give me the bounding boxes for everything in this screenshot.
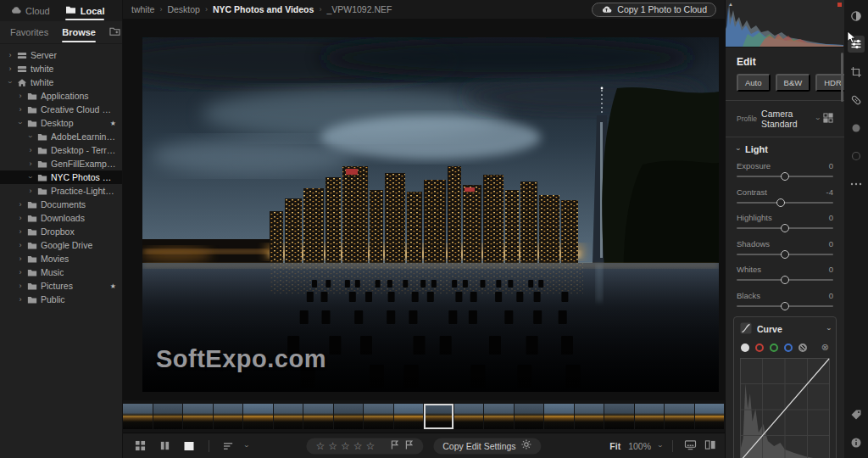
keywords-tag-icon[interactable] xyxy=(848,406,865,423)
tree-item-google-drive[interactable]: ›Google Drive xyxy=(0,238,122,252)
chevron-right-icon[interactable]: › xyxy=(17,282,24,289)
tab-favorites[interactable]: Favorites xyxy=(10,21,48,43)
slider-knob[interactable] xyxy=(776,198,785,207)
tree-item-twhite[interactable]: ›twhite xyxy=(0,62,122,75)
slider-track[interactable] xyxy=(737,176,833,177)
tone-curve-graph[interactable] xyxy=(740,358,830,458)
profile-row[interactable]: Profile Camera Standard › xyxy=(726,101,844,137)
chevron-down-icon[interactable]: › xyxy=(27,174,34,181)
copy-to-cloud-button[interactable]: Copy 1 Photo to Cloud xyxy=(592,3,716,17)
profile-browser-icon[interactable] xyxy=(823,111,833,126)
tree-item-desktop-terry-[interactable]: ›Desktop - Terry'… xyxy=(0,143,122,157)
chevron-right-icon[interactable]: › xyxy=(7,52,14,59)
tab-local[interactable]: Local xyxy=(65,0,105,21)
thumbnail[interactable] xyxy=(183,404,213,429)
thumbnail[interactable] xyxy=(364,404,393,429)
thumbnail[interactable] xyxy=(544,404,574,429)
tree-item-public[interactable]: ›Public xyxy=(0,293,122,306)
tree-item-documents[interactable]: ›Documents xyxy=(0,198,122,211)
curve-reset-icon[interactable]: ⊗ xyxy=(821,343,829,352)
panel-scrollbar[interactable] xyxy=(841,53,843,102)
thumbnail[interactable] xyxy=(214,404,243,429)
gear-icon[interactable] xyxy=(521,438,532,454)
tab-cloud[interactable]: Cloud xyxy=(10,0,50,21)
highlight-clipping-icon[interactable] xyxy=(837,3,842,7)
thumbnail[interactable] xyxy=(695,404,725,429)
channel-point-curve[interactable] xyxy=(798,344,807,352)
reject-flag-icon[interactable] xyxy=(404,438,414,454)
tree-item-nyc-photos-an-[interactable]: ›NYC Photos an… xyxy=(0,170,122,184)
chevron-right-icon[interactable]: › xyxy=(7,65,14,72)
tree-item-server[interactable]: ›Server xyxy=(0,48,122,62)
slider-track[interactable] xyxy=(737,305,833,307)
histogram[interactable]: ▲ xyxy=(726,0,844,47)
slider-track[interactable] xyxy=(737,279,833,281)
slider-knob[interactable] xyxy=(781,250,789,259)
grid-view-icon[interactable] xyxy=(131,438,148,455)
chevron-right-icon[interactable]: › xyxy=(17,269,24,276)
chevron-right-icon[interactable]: › xyxy=(27,187,34,194)
thumbnail[interactable] xyxy=(635,404,665,429)
thumbnail[interactable] xyxy=(123,404,153,429)
tab-browse[interactable]: Browse xyxy=(62,21,96,43)
detail-view-icon[interactable] xyxy=(181,438,198,455)
zoom-level-value[interactable]: 100% xyxy=(628,441,651,451)
profile-chevron-icon[interactable]: › xyxy=(814,118,822,120)
tree-item-desktop[interactable]: ›Desktop★ xyxy=(0,116,122,130)
chevron-down-icon[interactable]: › xyxy=(17,120,24,126)
rating-star-icon[interactable]: ☆ xyxy=(365,441,375,451)
slider-knob[interactable] xyxy=(781,224,789,232)
chevron-right-icon[interactable]: › xyxy=(17,106,24,113)
thumbnail[interactable] xyxy=(575,404,604,429)
tree-item-movies[interactable]: ›Movies xyxy=(0,252,122,265)
lights-out-icon[interactable] xyxy=(848,8,865,25)
sort-icon[interactable] xyxy=(220,438,237,455)
thumbnail[interactable] xyxy=(454,404,484,429)
shadow-clipping-icon[interactable]: ▲ xyxy=(728,2,733,7)
tree-item-creative-cloud-files[interactable]: ›Creative Cloud Files xyxy=(0,103,122,116)
chevron-right-icon[interactable]: › xyxy=(17,201,24,208)
tree-item-pictures[interactable]: ›Pictures★ xyxy=(0,279,122,293)
hdr-button[interactable]: HDR xyxy=(815,74,844,92)
breadcrumb-item[interactable]: twhite xyxy=(131,4,154,14)
breadcrumb-item[interactable]: NYC Photos and Videos xyxy=(213,4,314,14)
slider-knob[interactable] xyxy=(781,276,789,284)
info-icon[interactable] xyxy=(848,434,865,451)
slider-knob[interactable] xyxy=(781,172,789,181)
thumbnail[interactable] xyxy=(303,404,333,429)
fit-label[interactable]: Fit xyxy=(609,441,620,451)
rating-star-icon[interactable]: ☆ xyxy=(341,441,350,451)
tree-item-adobelearning-[interactable]: ›AdobeLearning… xyxy=(0,130,122,143)
presentation-icon[interactable] xyxy=(684,439,697,452)
chevron-right-icon[interactable]: › xyxy=(27,160,34,167)
chevron-right-icon[interactable]: › xyxy=(17,92,24,99)
edit-sliders-icon[interactable] xyxy=(848,36,865,53)
thumbnail[interactable] xyxy=(243,404,273,429)
tree-item-music[interactable]: ›Music xyxy=(0,265,122,279)
before-after-icon[interactable] xyxy=(704,439,716,452)
sort-chevron-icon[interactable]: › xyxy=(242,444,251,447)
auto-button[interactable]: Auto xyxy=(737,74,771,92)
tree-item-dropbox[interactable]: ›Dropbox xyxy=(0,225,122,238)
tree-item-genfillexample-[interactable]: ›GenFillExample… xyxy=(0,157,122,170)
thumbnail[interactable] xyxy=(334,404,364,429)
chevron-right-icon[interactable]: › xyxy=(17,242,24,249)
rating-star-icon[interactable]: ☆ xyxy=(353,441,363,451)
chevron-right-icon[interactable]: › xyxy=(17,228,24,235)
thumbnail[interactable] xyxy=(484,404,514,429)
slider-track[interactable] xyxy=(737,227,833,229)
tree-item-practice-lightro-[interactable]: ›Practice-Lightro… xyxy=(0,184,122,198)
thumbnail[interactable] xyxy=(665,404,694,429)
thumbnail[interactable] xyxy=(515,404,544,429)
add-folder-icon[interactable] xyxy=(109,26,120,38)
chevron-right-icon[interactable]: › xyxy=(17,215,24,221)
bw-button[interactable]: B&W xyxy=(776,74,811,92)
zoom-chevron-icon[interactable]: › xyxy=(656,444,665,447)
thumbnail[interactable] xyxy=(604,404,634,429)
breadcrumb-item[interactable]: Desktop xyxy=(167,4,200,14)
channel-blue[interactable] xyxy=(784,344,793,352)
crop-icon[interactable] xyxy=(848,64,865,81)
curve-chevron-icon[interactable]: › xyxy=(825,328,833,331)
photo-nyc-skyline[interactable]: SoftExpo.com xyxy=(142,37,719,392)
copy-edit-settings-button[interactable]: Copy Edit Settings xyxy=(433,438,541,454)
